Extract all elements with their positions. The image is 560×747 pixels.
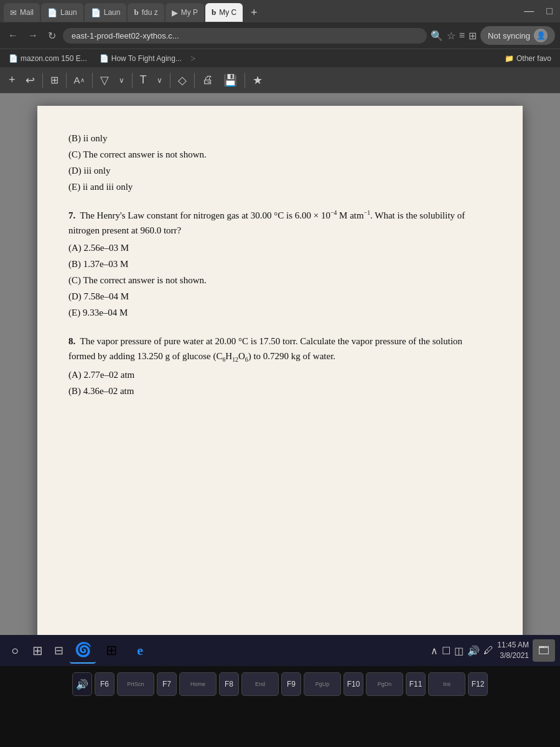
forward-button[interactable]: → [25,29,41,42]
speaker-key[interactable]: 🔊 [72,672,92,696]
tray-display[interactable]: ☐ [442,645,450,657]
f10-label: F10 [347,680,360,688]
pdf-undo[interactable]: ↩ [22,72,39,89]
tab-myc[interactable]: b My C [205,3,243,22]
minimize-button[interactable]: — [520,4,538,18]
tab-mail[interactable]: ✉ Mail [4,3,40,22]
prtscn-key[interactable]: PrtScn [117,672,154,696]
bookmark-separator: > [190,54,195,63]
tray-pen[interactable]: 🖊 [483,645,493,656]
myp-icon: ▶ [172,8,178,17]
new-tab-button[interactable]: + [245,4,263,21]
ins-key[interactable]: Ins [428,672,465,696]
pdf-save[interactable]: 💾 [220,72,241,89]
f11-key[interactable]: F11 [406,672,426,696]
taskbar-ie[interactable]: e [127,637,153,664]
pdf-print[interactable]: 🖨 [198,72,217,88]
taskbar-windows[interactable]: ⊞ [98,637,124,664]
home-key[interactable]: Home [179,672,217,696]
pdf-annotate[interactable]: ▽ [96,72,113,89]
function-key-row: 🔊 F6 PrtScn F7 Home F8 End F9 [12,672,548,696]
pdf-annotate-down[interactable]: ∨ [115,74,128,87]
f12-key[interactable]: F12 [468,672,488,696]
star-icon[interactable]: ☆ [447,30,455,42]
q6-choice-b: (B) ii only [68,131,492,146]
q7-choice-a: (A) 2.56e–03 M [68,240,492,255]
question-8: 8. The vapor pressure of pure water at 2… [68,334,492,398]
pgdn-key[interactable]: PgDn [366,672,403,696]
laun1-icon: 📄 [47,8,57,17]
f9-label: F9 [287,680,296,688]
tray-volume[interactable]: 🔊 [467,645,480,657]
bookmark-aging[interactable]: 📄 How To Fight Aging... [96,53,185,64]
aging-bookmark-label: How To Fight Aging... [111,54,182,63]
toolbar-sep-6 [194,73,195,88]
pdf-text-tool[interactable]: A∧ [70,73,88,87]
amazon-bookmark-label: mazon.com 150 E... [21,54,87,63]
system-tray: ∧ ☐ ◫ 🔊 🖊 [431,645,493,657]
f6-key[interactable]: F6 [95,672,114,696]
address-input[interactable] [63,28,427,44]
mail-icon: ✉ [10,8,17,17]
f8-key[interactable]: F8 [219,672,239,696]
f9-key[interactable]: F9 [281,672,301,696]
myc-icon: b [212,7,216,17]
keyboard-area: 🔊 F6 PrtScn F7 Home F8 End F9 [0,666,560,747]
bookmarks-bar: 📄 mazon.com 150 E... 📄 How To Fight Agin… [0,49,560,67]
sync-button[interactable]: Not syncing 👤 [480,26,555,45]
pdf-stamp-down[interactable]: ∨ [153,74,166,87]
pdf-select-area[interactable]: ⊞ [47,72,62,88]
back-button[interactable]: ← [5,29,21,42]
question-7: 7. The Henry's Law constant for nitrogen… [68,208,492,320]
toolbar-sep-1 [42,73,43,88]
f7-label: F7 [162,680,171,688]
tray-multitask[interactable]: ◫ [454,645,464,657]
q7-text: 7. The Henry's Law constant for nitrogen… [68,208,492,238]
pgup-key[interactable]: PgUp [304,672,341,696]
q7-choice-e: (E) 9.33e–04 M [68,305,492,320]
extensions-icon[interactable]: ≡ [459,30,465,41]
pdf-stamp[interactable]: T [136,72,151,88]
tab-myp-label: My P [181,8,198,17]
end-key[interactable]: End [241,672,279,696]
tab-myp[interactable]: ▶ My P [166,3,204,22]
not-syncing-label: Not syncing [488,31,530,40]
tab-fduz[interactable]: b fdu z [128,3,164,22]
restore-button[interactable]: □ [543,4,556,18]
bookmark-amazon[interactable]: 📄 mazon.com 150 E... [5,53,91,64]
q7-number: 7. [68,210,75,220]
fduz-icon: b [134,7,138,17]
tab-laun1-label: Laun [60,8,77,17]
speaker-icon: 🔊 [76,679,88,690]
q8-choice-b: (B) 4.36e–02 atm [68,383,492,398]
tab-laun2[interactable]: 📄 Laun [85,3,127,22]
widgets-button[interactable]: ⊟ [50,641,67,660]
start-button[interactable]: ○ [5,640,25,662]
address-bar: ← → ↻ 🔍 ☆ ≡ ⊞ Not syncing 👤 [0,22,560,49]
f7-key[interactable]: F7 [157,672,177,696]
end-fn-label: End [255,681,265,687]
tab-myc-label: My C [219,8,236,17]
bookmark-other[interactable]: 📁 Other favo [501,53,555,64]
taskbar-edge[interactable]: 🌀 [70,637,96,664]
avatar: 👤 [534,29,548,42]
pdf-zoom-in[interactable]: + [5,72,19,88]
pdf-content: (B) ii only (C) The correct answer is no… [0,93,560,635]
notification-button[interactable]: 🗔 [533,639,555,662]
q7-choice-c: (C) The correct answer is not shown. [68,273,492,288]
pdf-bookmark[interactable]: ★ [249,72,266,89]
pdf-erase[interactable]: ◇ [174,72,190,89]
tray-caret[interactable]: ∧ [431,645,438,657]
toolbar-sep-5 [170,73,170,88]
search-button[interactable]: ⊞ [27,639,48,662]
sidebar-icon[interactable]: ⊞ [469,30,477,42]
pdf-page: (B) ii only (C) The correct answer is no… [37,106,523,635]
amazon-bookmark-icon: 📄 [9,54,18,63]
tab-mail-label: Mail [20,8,34,17]
refresh-button[interactable]: ↻ [45,29,59,43]
aging-bookmark-icon: 📄 [100,54,109,63]
tab-laun1[interactable]: 📄 Laun [41,3,83,22]
other-bookmarks-label: Other favo [516,54,551,63]
f10-key[interactable]: F10 [343,672,363,696]
clock[interactable]: 11:45 AM 3/8/2021 [497,640,529,661]
